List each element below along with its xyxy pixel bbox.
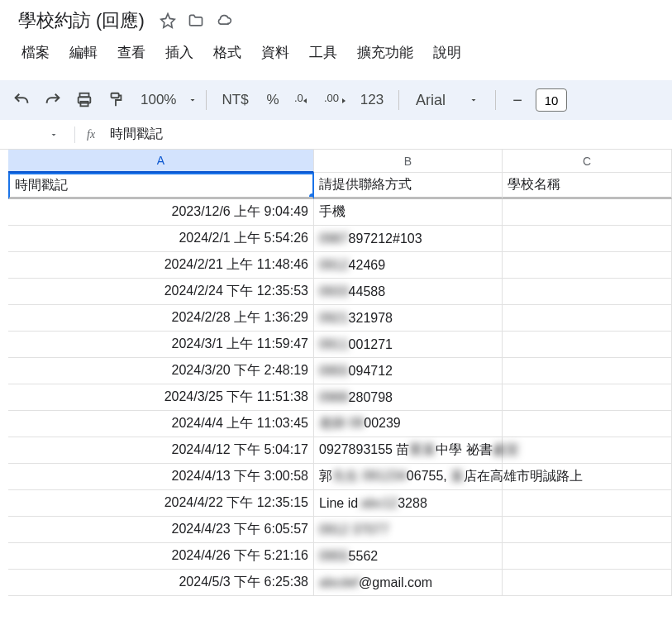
menu-tools[interactable]: 工具 <box>301 40 346 65</box>
svg-rect-3 <box>112 93 119 98</box>
cell[interactable]: Line id:abc123288 <box>314 490 503 517</box>
font-dropdown[interactable]: Arial <box>407 92 487 109</box>
cell[interactable] <box>503 384 672 411</box>
cell[interactable]: 093344588 <box>314 279 503 305</box>
menu-insert[interactable]: 插入 <box>157 40 202 65</box>
cell[interactable]: 郭先生 09123406755, 某店在高雄市明誠路上 <box>314 464 503 490</box>
table-row: 2024/5/3 下午 6:25:38abcdef@gmail.com <box>8 570 672 596</box>
cell[interactable] <box>503 490 672 517</box>
separator <box>74 126 75 143</box>
cell[interactable]: 2024/5/3 下午 6:25:38 <box>8 570 314 596</box>
star-icon[interactable] <box>160 12 176 29</box>
fontsize-minus-button[interactable]: − <box>504 87 531 113</box>
paint-format-icon[interactable] <box>102 87 129 113</box>
table-row: 2024/4/12 下午 5:04:170927893155 苗栗某中學 祕書處… <box>8 437 672 464</box>
percent-button[interactable]: % <box>260 92 286 108</box>
cell[interactable]: 2024/4/22 下午 12:35:15 <box>8 490 314 517</box>
cell[interactable] <box>503 252 672 279</box>
cell[interactable] <box>503 437 672 464</box>
fx-icon: fx <box>87 128 95 141</box>
fontsize-group: − <box>504 87 567 113</box>
grid: A B C 時間戳記 請提供聯絡方式 學校名稱 2023/12/6 上午 9:0… <box>0 150 672 596</box>
menu-file[interactable]: 檔案 <box>13 40 58 65</box>
zoom-dropdown[interactable]: 100% <box>134 92 198 108</box>
table-row: 2024/4/23 下午 6:05:570912 37077 <box>8 517 672 543</box>
cell[interactable] <box>503 517 672 543</box>
separator <box>495 90 496 110</box>
cell[interactable]: 請提供聯絡方式 <box>314 173 503 199</box>
cell[interactable]: 2024/4/4 上午 11:03:45 <box>8 411 314 437</box>
decrease-decimal-icon[interactable]: .0 <box>291 87 317 113</box>
cell[interactable]: 0911001271 <box>314 332 503 358</box>
cell[interactable]: 2023/12/6 上午 9:04:49 <box>8 199 314 226</box>
table-row: 2024/2/1 上午 5:54:260987897212#103 <box>8 226 672 252</box>
cell[interactable]: 09555562 <box>314 543 503 570</box>
cell[interactable] <box>503 305 672 332</box>
cell[interactable] <box>503 226 672 252</box>
font-name: Arial <box>416 92 446 109</box>
cell[interactable] <box>503 358 672 384</box>
print-icon[interactable] <box>71 87 98 113</box>
cell[interactable]: 手機 <box>314 199 503 226</box>
menu-data[interactable]: 資料 <box>253 40 298 65</box>
menu-edit[interactable]: 編輯 <box>61 40 106 65</box>
cell[interactable]: 2024/4/12 下午 5:04:17 <box>8 437 314 464</box>
cell[interactable]: 2024/4/26 下午 5:21:16 <box>8 543 314 570</box>
cell[interactable] <box>503 411 672 437</box>
increase-decimal-icon[interactable]: .00 <box>322 87 349 113</box>
folder-icon[interactable] <box>188 12 204 29</box>
undo-icon[interactable] <box>8 87 35 113</box>
cell[interactable]: 0912 37077 <box>314 517 503 543</box>
cell[interactable]: 0927893155 苗栗某中學 祕書處室 <box>314 437 503 464</box>
selection-handle[interactable] <box>309 193 314 199</box>
table-row: 2024/3/1 上午 11:59:470911001271 <box>8 332 672 358</box>
cell[interactable] <box>503 199 672 226</box>
doc-title[interactable]: 學校約訪 (回應) <box>13 7 150 35</box>
cell[interactable] <box>503 570 672 596</box>
zoom-value: 100% <box>134 92 183 108</box>
cell[interactable]: 0988280798 <box>314 384 503 411</box>
menu-format[interactable]: 格式 <box>205 40 250 65</box>
col-header-a[interactable]: A <box>8 150 314 173</box>
table-row: 2024/4/13 下午 3:00:58郭先生 09123406755, 某店在… <box>8 464 672 490</box>
cell[interactable]: 2024/3/20 下午 2:48:19 <box>8 358 314 384</box>
cell[interactable] <box>503 464 672 490</box>
cell[interactable]: 2024/2/1 上午 5:54:26 <box>8 226 314 252</box>
fontsize-input[interactable] <box>536 88 567 112</box>
cell[interactable]: 學校名稱 <box>503 173 672 199</box>
formula-bar-text[interactable]: 時間戳記 <box>110 126 163 143</box>
cell[interactable]: 2024/3/1 上午 11:59:47 <box>8 332 314 358</box>
cell-a1-active[interactable]: 時間戳記 <box>8 173 314 199</box>
menu-help[interactable]: 說明 <box>425 40 469 65</box>
cell[interactable]: 0921321978 <box>314 305 503 332</box>
cell[interactable]: abcdef@gmail.com <box>314 570 503 596</box>
col-header-c[interactable]: C <box>503 150 672 173</box>
table-row: 2024/4/26 下午 5:21:1609555562 <box>8 543 672 570</box>
cell-text: 時間戳記 <box>15 177 68 194</box>
menu-extensions[interactable]: 擴充功能 <box>349 40 422 65</box>
cell[interactable]: 0955094712 <box>314 358 503 384</box>
format-123-button[interactable]: 123 <box>354 92 390 108</box>
cell[interactable]: 091242469 <box>314 252 503 279</box>
redo-icon[interactable] <box>40 87 66 113</box>
menu-bar: 檔案 編輯 查看 插入 格式 資料 工具 擴充功能 說明 <box>13 38 659 67</box>
cell[interactable] <box>503 279 672 305</box>
formula-bar-row: fx 時間戳記 <box>0 120 672 150</box>
cell[interactable]: 2024/4/13 下午 3:00:58 <box>8 464 314 490</box>
cell[interactable]: 老師 0900239 <box>314 411 503 437</box>
currency-button[interactable]: NT$ <box>215 92 255 108</box>
cell[interactable] <box>503 332 672 358</box>
cell[interactable]: 2024/2/28 上午 1:36:29 <box>8 305 314 332</box>
cell[interactable]: 2024/2/21 上午 11:48:46 <box>8 252 314 279</box>
cloud-icon[interactable] <box>216 12 232 29</box>
cell[interactable]: 0987897212#103 <box>314 226 503 252</box>
cell[interactable]: 2024/2/24 下午 12:35:53 <box>8 279 314 305</box>
cell[interactable]: 2024/4/23 下午 6:05:57 <box>8 517 314 543</box>
col-header-b[interactable]: B <box>314 150 503 173</box>
table-row: 2023/12/6 上午 9:04:49手機 <box>8 199 672 226</box>
namebox-dropdown[interactable] <box>45 126 63 144</box>
cell[interactable] <box>503 543 672 570</box>
table-row: 2024/2/24 下午 12:35:53093344588 <box>8 279 672 305</box>
menu-view[interactable]: 查看 <box>109 40 154 65</box>
cell[interactable]: 2024/3/25 下午 11:51:38 <box>8 384 314 411</box>
